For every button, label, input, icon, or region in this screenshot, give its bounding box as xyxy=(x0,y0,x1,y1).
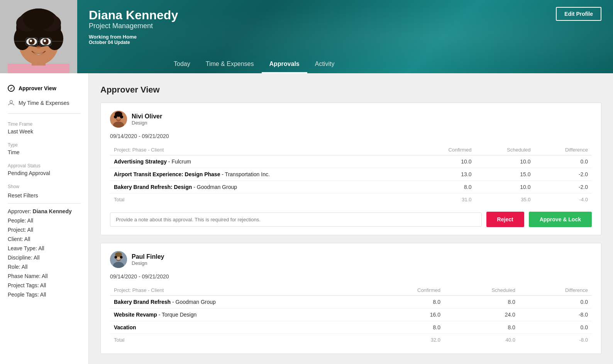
svg-point-37 xyxy=(120,256,123,259)
profile-title: Project Management xyxy=(89,22,605,30)
card-header-paul: Paul Finley Design xyxy=(110,251,592,268)
paul-row2-project: Website Revamp - Torque Design xyxy=(110,308,371,321)
nav-activity[interactable]: Activity xyxy=(307,56,342,73)
paul-row2-confirmed: 16.0 xyxy=(371,308,444,321)
row1-difference: 0.0 xyxy=(535,155,592,168)
nav-today[interactable]: Today xyxy=(166,56,198,73)
row2-scheduled: 15.0 xyxy=(476,168,535,181)
sidebar-client: Client: All xyxy=(0,234,88,244)
row3-difference: -2.0 xyxy=(535,181,592,194)
sidebar-divider-1 xyxy=(8,113,81,114)
row2-confirmed: 13.0 xyxy=(417,168,475,181)
paul-total-label: Total xyxy=(110,334,371,346)
nivi-dept: Design xyxy=(132,120,162,126)
sidebar-phase-name: Phase Name: All xyxy=(0,271,88,281)
svg-point-30 xyxy=(120,115,123,118)
sidebar-approval-status-value: Pending Approval xyxy=(0,170,88,179)
header-info: Diana Kennedy Project Management Working… xyxy=(77,0,613,73)
row1-confirmed: 10.0 xyxy=(417,155,475,168)
nivi-date-range: 09/14/2020 - 09/21/2020 xyxy=(110,133,592,139)
col-project-header: Project: Phase - Client xyxy=(110,145,417,155)
svg-point-36 xyxy=(115,256,117,259)
col-difference-header: Difference xyxy=(519,285,592,296)
svg-point-23 xyxy=(10,101,13,103)
paul-info: Paul Finley Design xyxy=(132,253,164,266)
header-nav: Today Time & Expenses Approvals Activity xyxy=(166,56,342,73)
nivi-table: Project: Phase - Client Confirmed Schedu… xyxy=(110,145,592,206)
approval-card-nivi: Nivi Oliver Design 09/14/2020 - 09/21/20… xyxy=(100,103,601,235)
check-circle-icon: ✓ xyxy=(8,85,15,92)
col-scheduled-header: Scheduled xyxy=(476,145,535,155)
nav-time-expenses[interactable]: Time & Expenses xyxy=(198,56,262,73)
nivi-action-row: Reject Approve & Lock xyxy=(110,212,592,227)
sidebar-divider-2 xyxy=(8,203,81,204)
total-confirmed: 31.0 xyxy=(417,194,475,206)
nivi-info: Nivi Oliver Design xyxy=(132,113,162,126)
paul-row1-project: Bakery Brand Refresh - Goodman Group xyxy=(110,296,371,308)
table-header-row: Project: Phase - Client Confirmed Schedu… xyxy=(110,145,592,155)
content-area: Approver View Nivi xyxy=(89,73,613,364)
sidebar-type-section: Type xyxy=(0,138,88,149)
sidebar-approver: Approver: Diana Kennedy xyxy=(0,207,88,216)
paul-row1-confirmed: 8.0 xyxy=(371,296,444,308)
sidebar-item-my-time[interactable]: My Time & Expenses xyxy=(0,96,88,110)
total-row: Total 31.0 35.0 -4.0 xyxy=(110,194,592,206)
profile-status: Working from Home xyxy=(89,34,605,40)
paul-total-difference: -8.0 xyxy=(519,334,592,346)
svg-point-29 xyxy=(114,115,117,118)
sidebar-show-section: Show xyxy=(0,179,88,191)
row3-scheduled: 10.0 xyxy=(476,181,535,194)
nivi-avatar xyxy=(110,111,127,128)
table-row: Airport Transit Experience: Design Phase… xyxy=(110,168,592,181)
header: Diana Kennedy Project Management Working… xyxy=(0,0,613,73)
paul-total-confirmed: 32.0 xyxy=(371,334,444,346)
edit-profile-button[interactable]: Edit Profile xyxy=(556,7,601,21)
paul-row1-scheduled: 8.0 xyxy=(444,296,519,308)
svg-point-16 xyxy=(44,40,46,42)
paul-row3-project: Vacation xyxy=(110,321,371,334)
main-layout: ✓ Approver View My Time & Expenses Time … xyxy=(0,73,613,364)
paul-name: Paul Finley xyxy=(132,253,164,260)
col-difference-header: Difference xyxy=(535,145,592,155)
total-difference: -4.0 xyxy=(535,194,592,206)
approval-card-paul: Paul Finley Design 09/14/2020 - 09/21/20… xyxy=(100,243,601,354)
profile-avatar xyxy=(0,0,77,73)
row2-project: Airport Transit Experience: Design Phase… xyxy=(110,168,417,181)
card-header-nivi: Nivi Oliver Design xyxy=(110,111,592,128)
paul-row3-difference: 0.0 xyxy=(519,321,592,334)
row3-confirmed: 8.0 xyxy=(417,181,475,194)
nivi-approve-button[interactable]: Approve & Lock xyxy=(529,212,592,227)
paul-dept: Design xyxy=(132,260,164,266)
row1-project: Advertising Strategy - Fulcrum xyxy=(110,155,417,168)
person-icon xyxy=(8,99,15,106)
sidebar-project: Project: All xyxy=(0,225,88,234)
sidebar-item-approver-view[interactable]: ✓ Approver View xyxy=(0,81,88,96)
svg-point-22 xyxy=(36,46,41,49)
table-row: Bakery Brand Refresh: Design - Goodman G… xyxy=(110,181,592,194)
paul-row1-difference: 0.0 xyxy=(519,296,592,308)
sidebar-reset-filters[interactable]: Reset Filters xyxy=(0,191,88,200)
nav-approvals[interactable]: Approvals xyxy=(262,56,307,73)
paul-date-range: 09/14/2020 - 09/21/2020 xyxy=(110,273,592,280)
sidebar-timeframe-value: Last Week xyxy=(0,128,88,138)
col-confirmed-header: Confirmed xyxy=(417,145,475,155)
row3-project: Bakery Brand Refresh: Design - Goodman G… xyxy=(110,181,417,194)
paul-row2-scheduled: 24.0 xyxy=(444,308,519,321)
table-row: Bakery Brand Refresh - Goodman Group 8.0… xyxy=(110,296,592,308)
row1-scheduled: 10.0 xyxy=(476,155,535,168)
paul-avatar xyxy=(110,251,127,268)
sidebar: ✓ Approver View My Time & Expenses Time … xyxy=(0,73,89,364)
sidebar-project-tags: Project Tags: All xyxy=(0,281,88,290)
sidebar-approval-status-section: Approval Status xyxy=(0,158,88,170)
paul-total-scheduled: 40.0 xyxy=(444,334,519,346)
sidebar-type-value: Time xyxy=(0,149,88,158)
sidebar-timeframe-section: Time Frame xyxy=(0,117,88,128)
col-scheduled-header: Scheduled xyxy=(444,285,519,296)
nivi-note-input[interactable] xyxy=(110,212,482,227)
nivi-reject-button[interactable]: Reject xyxy=(486,212,524,227)
sidebar-discipline: Discipline: All xyxy=(0,253,88,262)
nivi-name: Nivi Oliver xyxy=(132,113,162,120)
paul-row2-difference: -8.0 xyxy=(519,308,592,321)
svg-point-15 xyxy=(30,40,32,42)
sidebar-leave-type: Leave Type: All xyxy=(0,244,88,253)
